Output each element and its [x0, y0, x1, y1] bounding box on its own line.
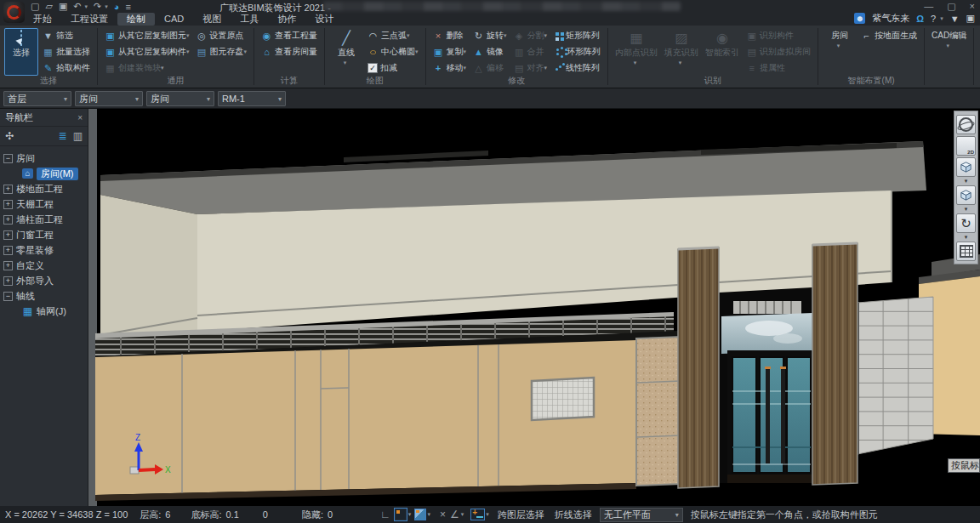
type-selector[interactable]: 房间▾: [146, 91, 214, 106]
model-tile-wall[interactable]: [858, 297, 933, 454]
username[interactable]: 紫气东来: [872, 12, 909, 25]
tree-node-room-m[interactable]: ⌂ 房间(M): [0, 166, 88, 181]
element-selector[interactable]: RM-1▾: [218, 91, 286, 106]
work-plane-selector[interactable]: 无工作平面 ▾: [600, 508, 683, 522]
smart-index-button[interactable]: ◉ 智能索引: [703, 28, 742, 76]
support-icon[interactable]: Ω: [916, 14, 924, 24]
model-door-glass[interactable]: [787, 357, 811, 473]
object-snap-icon[interactable]: [471, 509, 484, 520]
expand-icon[interactable]: +: [3, 276, 13, 286]
view-room-quantities-button[interactable]: ⌂ 查看房间量: [259, 44, 320, 60]
model-door-glass[interactable]: [760, 357, 783, 473]
isometric-view-button[interactable]: [956, 185, 976, 205]
tab-design[interactable]: 设计: [305, 13, 343, 26]
expand-icon[interactable]: +: [3, 246, 13, 255]
mirror-button[interactable]: ▲ 镜像: [470, 44, 510, 60]
tab-cad[interactable]: CAD: [155, 13, 193, 26]
set-origin-button[interactable]: ◎ 设置原点: [194, 28, 250, 43]
polar-array-button[interactable]: 环形阵列: [551, 44, 603, 60]
collapse-icon[interactable]: −: [3, 292, 13, 301]
chevron-down-icon[interactable]: ▾: [965, 207, 968, 212]
batch-select-button[interactable]: ▦ 批量选择: [40, 44, 93, 60]
cloud-sync-icon[interactable]: ◕: [114, 2, 120, 12]
3d-view-button[interactable]: [956, 157, 976, 177]
redo-icon[interactable]: ↷: [94, 1, 101, 12]
close-button[interactable]: ×: [970, 1, 975, 12]
category-selector[interactable]: 房间▾: [75, 91, 143, 106]
recognize-component-button[interactable]: ▣ 识别构件: [744, 28, 813, 43]
panel-view-icon[interactable]: ▥: [73, 130, 83, 142]
tree-node-ceiling-works[interactable]: + 天棚工程: [0, 196, 88, 212]
room-button[interactable]: 房间 ▾: [823, 28, 857, 51]
move-button[interactable]: + 移动▾: [430, 60, 470, 76]
help-dropdown-icon[interactable]: ▾: [940, 15, 943, 22]
chevron-down-icon[interactable]: ▾: [965, 235, 968, 240]
chevron-down-icon[interactable]: ▾: [965, 179, 968, 184]
restore-button[interactable]: ▢: [947, 1, 955, 12]
recognize-virtual-room-button[interactable]: ▤ 识别虚拟房间: [744, 44, 813, 60]
cross-layer-select-button[interactable]: 跨图层选择: [498, 509, 544, 521]
redo-dropdown-icon[interactable]: ▾: [105, 3, 108, 10]
crosshair-off-icon[interactable]: ×: [440, 509, 446, 520]
expand-icon[interactable]: +: [3, 230, 13, 240]
rotate-view-button[interactable]: ↻: [956, 213, 976, 233]
undo-dropdown-icon[interactable]: ▾: [85, 3, 88, 10]
undo-icon[interactable]: ↶: [73, 1, 81, 12]
polyline-select-button[interactable]: 折线选择: [555, 509, 592, 521]
copy-components-from-layer-button[interactable]: ▣ 从其它层复制构件▾: [102, 44, 192, 60]
inner-point-recognize-button[interactable]: ▦ 内部点识别 ▾: [612, 28, 660, 76]
linear-array-button[interactable]: 线性阵列: [551, 60, 603, 76]
customize-toolbar-icon[interactable]: ≡: [125, 2, 130, 12]
minimize-button[interactable]: —: [924, 1, 933, 12]
save-element-button[interactable]: ▤ 图元存盘▾: [194, 44, 250, 60]
select-button[interactable]: 选择: [4, 28, 38, 76]
pick-component-button[interactable]: ✎ 拾取构件: [40, 60, 93, 76]
tree-node-external-import[interactable]: + 外部导入: [0, 273, 88, 288]
deduct-checkbox[interactable]: ✓ 扣减: [365, 60, 421, 76]
skin-icon[interactable]: ▼: [950, 14, 960, 24]
merge-button[interactable]: ▥ 合并: [511, 44, 550, 60]
model-door-handle[interactable]: [781, 368, 785, 463]
expand-icon[interactable]: +: [3, 215, 13, 225]
center-ellipse-button[interactable]: ○ 中心椭圆▾: [365, 44, 421, 60]
close-icon[interactable]: ×: [77, 113, 83, 122]
orbit-view-button[interactable]: [956, 115, 976, 134]
collapse-icon[interactable]: −: [3, 154, 13, 163]
extract-attributes-button[interactable]: ≡ 提属性: [744, 60, 813, 76]
copy-button[interactable]: ▣ 复制▾: [430, 44, 470, 60]
tab-tools[interactable]: 工具: [231, 13, 268, 26]
view-cube-icon[interactable]: [415, 509, 425, 520]
align-button[interactable]: ▤ 对齐▾: [511, 60, 550, 76]
new-file-icon[interactable]: ▢: [31, 1, 39, 12]
offset-button[interactable]: △ 偏移: [470, 60, 510, 76]
open-file-icon[interactable]: ▱: [45, 1, 52, 12]
app-logo-icon[interactable]: [3, 2, 25, 23]
workplane-grid-icon[interactable]: [395, 509, 407, 520]
model-door-glass[interactable]: [732, 357, 756, 473]
tree-node-axis-grid[interactable]: ▦ 轴网(J): [0, 304, 88, 319]
expand-icon[interactable]: +: [3, 200, 13, 209]
tab-project-settings[interactable]: 工程设置: [61, 13, 117, 26]
pin-icon[interactable]: ✣: [5, 130, 14, 142]
model-grid-window[interactable]: [532, 378, 594, 420]
tree-node-custom[interactable]: + 自定义: [0, 258, 88, 273]
generate-by-floor-button[interactable]: ⌐ 按地面生成: [858, 28, 920, 43]
rect-array-button[interactable]: 矩形阵列: [551, 28, 603, 43]
save-icon[interactable]: ▣: [59, 1, 67, 12]
tab-draw[interactable]: 绘制: [117, 13, 155, 26]
tab-collaborate[interactable]: 协作: [268, 13, 305, 26]
expand-icon[interactable]: +: [3, 261, 13, 270]
2d-view-button[interactable]: 2D: [956, 136, 976, 156]
ucs-icon[interactable]: ∟: [380, 509, 390, 520]
angle-snap-icon[interactable]: ∠: [450, 509, 459, 520]
tree-node-floor-works[interactable]: + 楼地面工程: [0, 181, 88, 196]
model-stone-pillar[interactable]: [636, 337, 681, 486]
user-avatar[interactable]: ☻: [854, 13, 865, 24]
help-button[interactable]: ?: [931, 14, 936, 24]
tree-node-misc-decoration[interactable]: + 零星装修: [0, 242, 88, 258]
create-deco-block-button[interactable]: ▦ 创建装饰块▾: [102, 60, 192, 76]
cad-edit-button[interactable]: CAD编辑 ▾: [929, 28, 969, 51]
list-view-icon[interactable]: ≣: [59, 130, 67, 142]
model-door-handle[interactable]: [766, 368, 770, 463]
tree-node-axis[interactable]: − 轴线: [0, 288, 88, 304]
